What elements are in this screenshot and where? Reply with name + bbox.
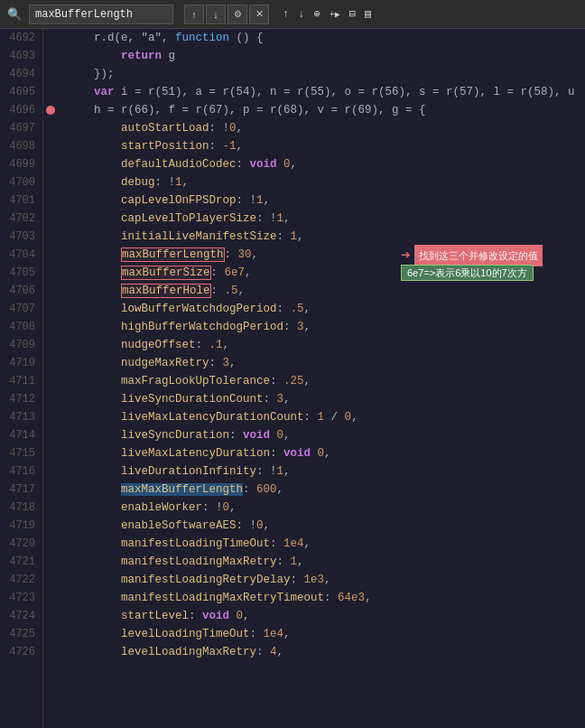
gutter-cell: [43, 426, 60, 444]
gutter-cell: [43, 137, 60, 155]
code-line: manifestLoadingMaxRetry: 1,: [67, 553, 585, 571]
code-line: r.d(e, "a", function () {: [67, 29, 585, 47]
line-numbers: 4692469346944695469646974698469947004701…: [0, 29, 43, 728]
code-line: startLevel: void 0,: [67, 607, 585, 625]
gutter-cell: [43, 228, 60, 246]
down-arrow-icon[interactable]: ↓: [295, 6, 307, 23]
search-options-button[interactable]: ⚙: [228, 5, 247, 24]
line-number: 4710: [0, 354, 42, 372]
line-number: 4693: [0, 47, 42, 65]
annotation-note: 6e7=>表示6乘以10的7次方: [401, 264, 534, 283]
prev-match-button[interactable]: ↑: [184, 5, 204, 24]
search-input[interactable]: [29, 5, 173, 24]
line-number: 4708: [0, 318, 42, 336]
gutter-cell: [43, 481, 60, 499]
line-number: 4699: [0, 155, 42, 173]
code-line: manifestLoadingMaxRetryTimeout: 64e3,: [67, 589, 585, 607]
code-line: defaultAudioCodec: void 0,: [67, 155, 585, 173]
gutter-cell: [43, 300, 60, 318]
line-number: 4707: [0, 300, 42, 318]
code-line: capLevelOnFPSDrop: !1,: [67, 191, 585, 210]
code-line: nudgeOffset: .1,: [67, 336, 585, 354]
up-arrow-icon[interactable]: ↑: [280, 6, 292, 23]
code-line: });: [67, 65, 585, 83]
line-number: 4725: [0, 625, 42, 643]
code-line: manifestLoadingRetryDelay: 1e3,: [67, 571, 585, 589]
close-search-button[interactable]: ✕: [249, 5, 269, 24]
gutter-cell: [43, 210, 60, 228]
line-number: 4705: [0, 264, 42, 282]
line-number: 4698: [0, 137, 42, 155]
gutter-cell: [43, 571, 60, 589]
title-bar: 🔍 ↑ ↓ ⚙ ✕ ↑ ↓ ⊕ +▶ ⊟ ▤: [0, 0, 585, 29]
gutter-cell: [43, 390, 60, 408]
filter-icon[interactable]: ⊟: [347, 5, 358, 23]
gutter-cell: [43, 589, 60, 607]
search-icon: 🔍: [7, 7, 22, 22]
code-line: maxBufferSize: 6e7,6e7=>表示6乘以10的7次方: [67, 264, 585, 282]
add-watch-icon[interactable]: +▶: [327, 7, 343, 22]
gutter-cell: [43, 101, 60, 119]
code-line: liveSyncDurationCount: 3,: [67, 390, 585, 408]
code-container: 4692469346944695469646974698469947004701…: [0, 29, 585, 728]
gutter: [43, 29, 60, 728]
line-number: 4718: [0, 499, 42, 517]
code-line: enableSoftwareAES: !0,: [67, 517, 585, 535]
line-number: 4717: [0, 481, 42, 499]
gutter-cell: [43, 246, 60, 264]
code-line: maxBufferLength: 30,➔找到这三个并修改设定的值: [67, 246, 585, 264]
next-match-button[interactable]: ↓: [206, 5, 226, 24]
gutter-cell: [43, 29, 60, 47]
line-number: 4711: [0, 372, 42, 390]
code-line: enableWorker: !0,: [67, 499, 585, 517]
line-number: 4695: [0, 83, 42, 101]
code-line: liveSyncDuration: void 0,: [67, 426, 585, 444]
code-line: manifestLoadingTimeOut: 1e4,: [67, 535, 585, 553]
code-line: levelLoadingMaxRetry: 4,: [67, 643, 585, 661]
gutter-cell: [43, 264, 60, 282]
line-number: 4704: [0, 246, 42, 264]
code-line: autoStartLoad: !0,: [67, 119, 585, 137]
line-number: 4722: [0, 571, 42, 589]
code-line: initialLiveManifestSize: 1,: [67, 228, 585, 246]
line-number: 4712: [0, 390, 42, 408]
gutter-cell: [43, 535, 60, 553]
code-line: levelLoadingTimeOut: 1e4,: [67, 625, 585, 643]
gutter-cell: [43, 119, 60, 137]
breakpoint-dot[interactable]: [46, 106, 55, 115]
gutter-cell: [43, 354, 60, 372]
line-number: 4709: [0, 336, 42, 354]
code-line: var i = r(51), a = r(54), n = r(55), o =…: [67, 83, 585, 101]
gutter-cell: [43, 372, 60, 390]
line-number: 4720: [0, 535, 42, 553]
gutter-cell: [43, 625, 60, 643]
gutter-cell: [43, 173, 60, 191]
gutter-cell: [43, 83, 60, 101]
line-number: 4702: [0, 210, 42, 228]
code-line: startPosition: -1,: [67, 137, 585, 155]
line-number: 4715: [0, 444, 42, 462]
code-line: maxMaxBufferLength: 600,: [67, 481, 585, 499]
code-area[interactable]: r.d(e, "a", function () { return g }); v…: [60, 29, 585, 728]
find-icon[interactable]: ⊕: [311, 5, 322, 23]
line-number: 4701: [0, 191, 42, 210]
gutter-cell: [43, 65, 60, 83]
gutter-cell: [43, 47, 60, 65]
line-number: 4700: [0, 173, 42, 191]
line-number: 4721: [0, 553, 42, 571]
gutter-cell: [43, 553, 60, 571]
code-line: liveMaxLatencyDuration: void 0,: [67, 444, 585, 462]
line-number: 4714: [0, 426, 42, 444]
code-line: maxBufferHole: .5,: [67, 282, 585, 300]
gutter-cell: [43, 607, 60, 625]
line-number: 4694: [0, 65, 42, 83]
line-number: 4692: [0, 29, 42, 47]
line-number: 4716: [0, 462, 42, 481]
gutter-cell: [43, 462, 60, 481]
line-number: 4723: [0, 589, 42, 607]
code-line: capLevelToPlayerSize: !1,: [67, 210, 585, 228]
line-number: 4703: [0, 228, 42, 246]
gutter-cell: [43, 282, 60, 300]
line-number: 4706: [0, 282, 42, 300]
filter2-icon[interactable]: ▤: [362, 5, 374, 23]
